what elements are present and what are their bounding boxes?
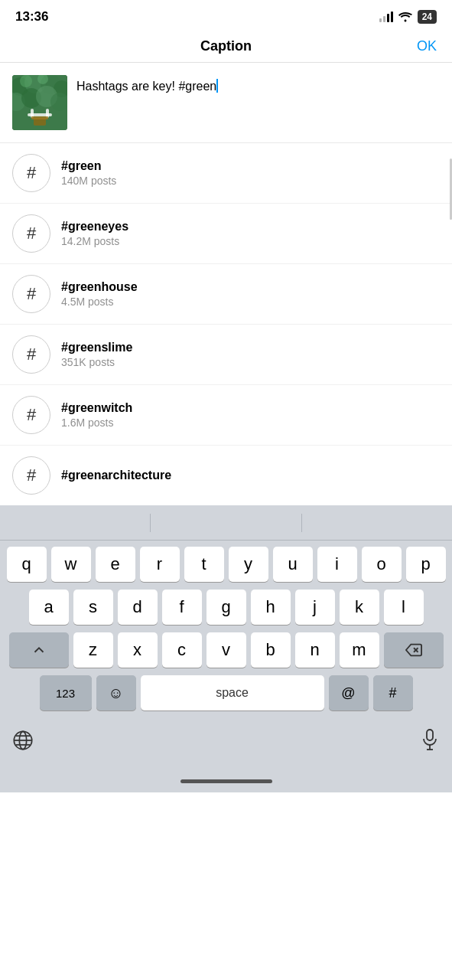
svg-rect-23 (427, 730, 433, 740)
key-w[interactable]: w (51, 547, 91, 582)
hashtag-icon: # (12, 456, 50, 495)
predictive-item[interactable] (302, 517, 452, 529)
list-item[interactable]: # #greenwitch 1.6M posts (0, 385, 452, 446)
ok-button[interactable]: OK (417, 38, 437, 54)
suggestion-info: #greeneyes 14.2M posts (61, 220, 440, 247)
keyboard-bottom-bar (0, 721, 452, 769)
backspace-key[interactable] (384, 632, 444, 668)
svg-rect-15 (31, 116, 48, 119)
key-row-2: a s d f g h j k l (3, 590, 449, 625)
suggestion-info: #greenarchitecture (61, 469, 440, 482)
key-a[interactable]: a (29, 590, 69, 625)
text-cursor (216, 79, 218, 93)
key-k[interactable]: k (340, 590, 379, 625)
predictive-item[interactable] (0, 517, 150, 529)
key-row-1: q w e r t y u i o p (3, 547, 449, 582)
suggestion-info: #greenslime 351K posts (61, 341, 440, 368)
keyboard-keys: q w e r t y u i o p a s d f g h j k l (0, 541, 452, 721)
suggestion-count: 351K posts (61, 356, 440, 368)
hashtag-icon: # (12, 154, 50, 192)
list-item[interactable]: # #greenhouse 4.5M posts (0, 264, 452, 325)
signal-icon (379, 11, 393, 22)
caption-area[interactable]: Hashtags are key! #green (0, 63, 452, 142)
list-item[interactable]: # #greenarchitecture (0, 446, 452, 505)
home-bar (180, 779, 272, 783)
suggestion-count: 14.2M posts (61, 235, 440, 247)
suggestion-tag: #green (61, 159, 440, 173)
globe-icon[interactable] (12, 730, 34, 756)
suggestions-list: # #green 140M posts # #greeneyes 14.2M p… (0, 143, 452, 505)
hash-key[interactable]: # (373, 675, 413, 710)
key-i[interactable]: i (317, 547, 357, 582)
suggestion-count: 4.5M posts (61, 296, 440, 308)
suggestion-info: #greenhouse 4.5M posts (61, 280, 440, 308)
key-p[interactable]: p (406, 547, 446, 582)
key-h[interactable]: h (251, 590, 291, 625)
numbers-key[interactable]: 123 (40, 675, 92, 710)
key-r[interactable]: r (140, 547, 180, 582)
hashtag-icon: # (12, 275, 50, 313)
suggestion-tag: #greenhouse (61, 280, 440, 294)
key-q[interactable]: q (7, 547, 47, 582)
list-item[interactable]: # #greenslime 351K posts (0, 325, 452, 385)
key-z[interactable]: z (73, 632, 113, 668)
hashtag-icon: # (12, 214, 50, 253)
microphone-icon[interactable] (420, 729, 440, 757)
keyboard: q w e r t y u i o p a s d f g h j k l (0, 505, 452, 792)
at-key[interactable]: @ (329, 675, 369, 710)
key-j[interactable]: j (295, 590, 335, 625)
suggestion-info: #green 140M posts (61, 159, 440, 187)
suggestion-tag: #greeneyes (61, 220, 440, 234)
photo-thumbnail (12, 75, 67, 130)
status-time: 13:36 (15, 9, 48, 24)
hashtag-icon: # (12, 335, 50, 374)
predictive-bar (0, 505, 452, 541)
suggestion-count: 1.6M posts (61, 416, 440, 429)
space-key[interactable]: space (141, 675, 324, 710)
key-u[interactable]: u (273, 547, 313, 582)
page-title: Caption (200, 38, 252, 54)
key-g[interactable]: g (206, 590, 246, 625)
key-t[interactable]: t (184, 547, 224, 582)
suggestion-tag: #greenwitch (61, 401, 440, 415)
hashtag-icon: # (12, 396, 50, 434)
emoji-key[interactable]: ☺ (96, 675, 136, 710)
key-c[interactable]: c (162, 632, 202, 668)
key-e[interactable]: e (96, 547, 135, 582)
key-row-3: z x c v b n m (3, 632, 449, 668)
battery-icon: 24 (418, 10, 437, 24)
predictive-item[interactable] (151, 517, 301, 529)
status-icons: 24 (379, 10, 437, 24)
caption-input[interactable]: Hashtags are key! #green (76, 75, 440, 95)
suggestion-info: #greenwitch 1.6M posts (61, 401, 440, 429)
key-f[interactable]: f (162, 590, 202, 625)
key-m[interactable]: m (340, 632, 379, 668)
home-indicator (0, 769, 452, 792)
key-n[interactable]: n (295, 632, 335, 668)
suggestions-wrapper: # #green 140M posts # #greeneyes 14.2M p… (0, 143, 452, 505)
key-row-4: 123 ☺ space @ # (3, 675, 449, 710)
list-item[interactable]: # #green 140M posts (0, 143, 452, 204)
nav-bar: Caption OK (0, 31, 452, 63)
key-d[interactable]: d (118, 590, 158, 625)
shift-key[interactable] (9, 632, 69, 668)
key-l[interactable]: l (384, 590, 424, 625)
key-y[interactable]: y (229, 547, 268, 582)
suggestion-tag: #greenarchitecture (61, 469, 440, 482)
key-x[interactable]: x (118, 632, 158, 668)
key-s[interactable]: s (73, 590, 113, 625)
key-b[interactable]: b (251, 632, 291, 668)
wifi-icon (398, 10, 413, 24)
key-o[interactable]: o (362, 547, 402, 582)
status-bar: 13:36 24 (0, 0, 452, 31)
svg-point-9 (20, 75, 32, 87)
suggestion-tag: #greenslime (61, 341, 440, 354)
list-item[interactable]: # #greeneyes 14.2M posts (0, 204, 452, 264)
key-v[interactable]: v (206, 632, 246, 668)
suggestion-count: 140M posts (61, 175, 440, 187)
